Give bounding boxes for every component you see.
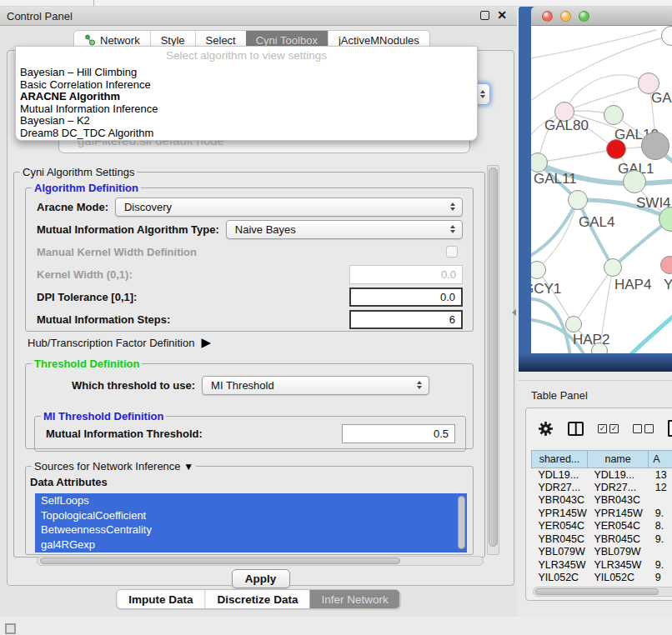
attribute-item[interactable]: TopologicalCoefficient	[35, 508, 467, 523]
attribute-item[interactable]: SelfLoops	[35, 493, 467, 508]
manual-kernel-width-label: Manual Kernel Width Definition	[37, 246, 197, 258]
algorithm-option[interactable]: Dream8 DC_TDC Algorithm	[16, 128, 477, 140]
deselect-all-columns-icon[interactable]	[633, 424, 654, 433]
mi-algorithm-type-select[interactable]: Naive Bayes	[226, 220, 463, 239]
table-cell-shared[interactable]: YBL079W	[532, 546, 588, 559]
kernel-width-field[interactable]: 0.0	[349, 265, 463, 284]
tab-impute-data[interactable]: Impute Data	[117, 590, 204, 608]
data-attributes-list[interactable]: SelfLoops TopologicalCoefficient Between…	[35, 493, 467, 552]
settings-vertical-scrollbar[interactable]	[487, 165, 499, 555]
table-cell-val[interactable]: 9	[649, 572, 672, 585]
column-header-clipped[interactable]: A	[649, 451, 672, 468]
table-row[interactable]: YBR043CYBR043C	[532, 494, 672, 508]
mi-threshold-field[interactable]: 0.5	[342, 424, 455, 443]
split-columns-icon[interactable]	[568, 422, 584, 436]
network-node-gal4[interactable]	[568, 190, 588, 210]
close-panel-icon[interactable]: ✕	[497, 9, 507, 21]
unchecked-box-icon	[644, 424, 654, 433]
scrollbar-thumb[interactable]	[40, 558, 400, 564]
table-row[interactable]: YDL19...YDL19...13	[532, 468, 672, 482]
apply-button[interactable]: Apply	[232, 569, 290, 588]
scrollbar-thumb[interactable]	[535, 588, 659, 595]
table-cell-name[interactable]: YBR045C	[587, 532, 648, 546]
hub-definition-toggle[interactable]: Hub/Transcription Factor Definition ▶	[28, 335, 211, 350]
table-cell-name[interactable]: YER054C	[587, 520, 648, 533]
unchecked-box-icon	[633, 424, 642, 433]
float-panel-icon[interactable]	[480, 11, 489, 20]
network-node[interactable]	[591, 342, 608, 354]
aracne-mode-select[interactable]: Discovery	[115, 198, 463, 217]
minimize-traffic-light[interactable]	[560, 11, 571, 22]
attribute-item[interactable]: gal4RGexp	[35, 538, 467, 552]
document-icon[interactable]	[668, 420, 672, 437]
table-cell-val[interactable]: 9.	[649, 558, 672, 572]
control-panel-titlebar: Control Panel ✕	[0, 7, 517, 26]
select-all-columns-icon[interactable]: ✓ ✓	[598, 424, 619, 433]
mi-steps-field[interactable]: 6	[349, 310, 463, 329]
table-cell-val[interactable]: 8.	[649, 520, 672, 533]
table-row[interactable]: YER054CYER054C8.	[532, 520, 672, 533]
close-traffic-light[interactable]	[542, 11, 553, 22]
table-cell-shared[interactable]: YER054C	[532, 520, 588, 533]
table-cell-val[interactable]: 9.	[649, 532, 672, 546]
algorithm-option-selected[interactable]: ARACNE Algorithm	[16, 91, 477, 103]
table-cell-val[interactable]: 12	[649, 481, 672, 494]
table-row[interactable]: YPR145WYPR145W9.	[532, 507, 672, 520]
tab-discretize-data[interactable]: Discretize Data	[205, 590, 310, 608]
column-header-name[interactable]: name	[587, 451, 648, 468]
table-cell-val[interactable]	[649, 494, 672, 508]
table-cell-shared[interactable]: YDL19...	[532, 468, 588, 482]
table-row[interactable]: YIL052CYIL052C9	[532, 572, 672, 585]
table-cell-name[interactable]: YBR043C	[587, 494, 648, 508]
network-node-gal10[interactable]	[604, 105, 624, 125]
mi-threshold-group-title: MI Threshold Definition	[41, 410, 166, 422]
table-horizontal-scrollbar[interactable]	[533, 587, 672, 597]
column-header-shared-name[interactable]: shared...	[532, 451, 588, 468]
table-cell-name[interactable]: YBL079W	[587, 546, 648, 559]
algorithm-option[interactable]: Bayesian – K2	[16, 115, 477, 128]
network-node-swi4[interactable]	[623, 170, 646, 193]
tab-infer-network[interactable]: Infer Network	[309, 590, 399, 608]
which-threshold-select[interactable]: MI Threshold	[202, 376, 429, 395]
network-node[interactable]	[641, 132, 669, 160]
network-node-hap4[interactable]	[604, 258, 622, 277]
table-cell-shared[interactable]: YLR345W	[532, 558, 588, 572]
table-cell-shared[interactable]: YIL052C	[532, 572, 588, 585]
network-node-gal1[interactable]	[606, 139, 626, 159]
network-node-hap2[interactable]	[565, 316, 582, 332]
manual-kernel-width-checkbox[interactable]	[446, 246, 458, 258]
gear-icon[interactable]	[538, 421, 554, 437]
splitter-collapse-arrow[interactable]	[512, 309, 516, 316]
table-cell-shared[interactable]: YDR27...	[532, 481, 588, 494]
table-cell-name[interactable]: YIL052C	[587, 572, 648, 585]
table-cell-val[interactable]: 13	[649, 468, 672, 482]
table-cell-name[interactable]: YDR27...	[587, 481, 648, 494]
checked-box-icon: ✓	[609, 424, 619, 433]
collapsed-panel-icon[interactable]	[5, 623, 16, 634]
network-canvas[interactable]: GALGAL80GAL10GAL1GAL11SWI4GAL4HAP4YGCY1H…	[531, 26, 672, 354]
table-row[interactable]: YLR345WYLR345W9.	[532, 558, 672, 572]
table-cell-shared[interactable]: YBR045C	[532, 532, 588, 546]
algorithm-option[interactable]: Mutual Information Inference	[16, 103, 477, 116]
table-cell-val[interactable]	[649, 546, 672, 559]
table-cell-name[interactable]: YDL19...	[587, 468, 648, 482]
sources-toggle[interactable]: Sources for Network Inference ▼	[32, 460, 196, 472]
table-cell-name[interactable]: YLR345W	[587, 558, 648, 572]
settings-horizontal-scrollbar[interactable]	[37, 556, 484, 566]
dpi-tolerance-field[interactable]: 0.0	[349, 288, 463, 307]
attribute-item[interactable]: BetweennessCentrality	[35, 522, 467, 538]
algorithm-option[interactable]: Basic Correlation Inference	[16, 79, 477, 92]
zoom-traffic-light[interactable]	[579, 11, 589, 22]
table-cell-shared[interactable]: YBR043C	[532, 494, 588, 508]
table-cell-name[interactable]: YPR145W	[587, 507, 648, 520]
scrollbar-thumb[interactable]	[489, 168, 498, 547]
algorithm-option[interactable]: Bayesian – Hill Climbing	[16, 67, 477, 79]
attributes-scrollbar[interactable]	[458, 496, 465, 549]
network-window-titlebar[interactable]	[531, 7, 672, 26]
table-cell-shared[interactable]: YPR145W	[532, 507, 588, 520]
table-row[interactable]: YBR045CYBR045C9.	[532, 532, 672, 546]
table-cell-val[interactable]: 9.	[649, 507, 672, 520]
algorithm-definition-group: Algorithm Definition Aracne Mode: Discov…	[25, 182, 474, 332]
table-row[interactable]: YBL079WYBL079W	[532, 546, 672, 559]
table-row[interactable]: YDR27...YDR27...12	[532, 481, 672, 494]
